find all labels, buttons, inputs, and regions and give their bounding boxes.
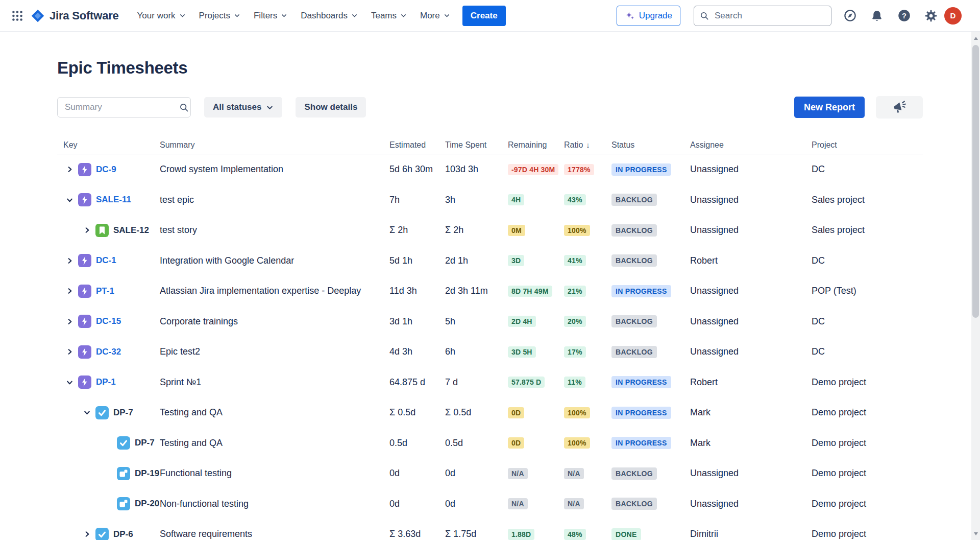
discover-icon[interactable] — [840, 6, 860, 26]
time-spent-value: 0d — [445, 468, 508, 479]
create-button[interactable]: Create — [462, 6, 506, 26]
assignee-value: Unassigned — [690, 225, 812, 236]
sparkle-icon — [625, 11, 635, 21]
chevron-spacer — [102, 467, 114, 480]
chevron-down-icon — [351, 12, 358, 19]
column-header-key[interactable]: Key — [63, 140, 160, 150]
issue-key[interactable]: DP-1 — [96, 377, 116, 387]
table-row: DC-9Crowd system Implementation5d 6h 30m… — [57, 154, 923, 185]
upgrade-button[interactable]: Upgrade — [617, 6, 680, 26]
remaining-badge: -97D 4H 30M — [508, 164, 558, 175]
jira-logo[interactable]: Jira Software — [31, 9, 119, 23]
remaining-badge: 4H — [508, 194, 524, 205]
estimated-value: 0d — [389, 499, 445, 509]
column-header-estimated[interactable]: Estimated — [389, 140, 445, 150]
key-cell: DC-15 — [63, 315, 160, 328]
expand-chevron[interactable] — [63, 163, 76, 176]
ratio-badge: 100% — [564, 225, 590, 236]
issue-key[interactable]: PT-1 — [96, 286, 114, 296]
issue-summary: Testing and QA — [160, 438, 389, 449]
expand-chevron[interactable] — [63, 346, 76, 358]
estimated-value: Σ 2h — [389, 225, 445, 236]
issue-key[interactable]: DP-19 — [135, 468, 159, 479]
table-row: DP-7Testing and QAΣ 0.5dΣ 0.5d0D100%IN P… — [57, 397, 923, 428]
settings-icon[interactable] — [921, 6, 941, 26]
scroll-down-arrow[interactable] — [971, 529, 980, 538]
column-header-status[interactable]: Status — [611, 140, 690, 150]
status-badge: IN PROGRESS — [611, 376, 671, 388]
column-header-summary[interactable]: Summary — [160, 140, 389, 150]
new-report-button[interactable]: New Report — [794, 97, 865, 118]
scroll-up-arrow[interactable] — [971, 34, 980, 42]
issue-key[interactable]: SALE-12 — [113, 225, 149, 236]
show-details-button[interactable]: Show details — [296, 97, 366, 118]
estimated-value: 11d 3h — [389, 286, 445, 296]
estimated-value: Σ 0.5d — [389, 407, 445, 418]
table-row: SALE-12test storyΣ 2hΣ 2h0M100%BACKLOGUn… — [57, 215, 923, 246]
status-badge: BACKLOG — [611, 467, 657, 480]
issue-summary: Integration with Google Calendar — [160, 255, 389, 266]
collapse-chevron[interactable] — [63, 376, 76, 388]
status-badge: BACKLOG — [611, 315, 657, 327]
help-icon[interactable]: ? — [894, 6, 914, 26]
remaining-badge: 0D — [508, 437, 524, 449]
search-icon — [699, 11, 709, 21]
issue-summary: Functional testing — [160, 468, 389, 479]
time-spent-value: 2d 1h — [445, 255, 508, 266]
epic-icon — [78, 315, 91, 328]
app-switcher-icon[interactable] — [7, 6, 28, 26]
megaphone-icon[interactable] — [876, 96, 923, 119]
column-header-remaining[interactable]: Remaining — [508, 140, 564, 150]
issue-key[interactable]: SALE-11 — [96, 195, 131, 205]
nav-item-your-work[interactable]: Your work — [132, 6, 191, 26]
issue-key[interactable]: DC-9 — [96, 165, 116, 175]
nav-item-teams[interactable]: Teams — [366, 6, 412, 26]
expand-chevron[interactable] — [63, 254, 76, 267]
nav-item-filters[interactable]: Filters — [249, 6, 292, 26]
notifications-icon[interactable] — [867, 6, 887, 26]
key-cell: DP-20 — [63, 497, 160, 510]
epic-icon — [78, 193, 91, 206]
expand-chevron[interactable] — [63, 285, 76, 297]
scrollbar-thumb[interactable] — [972, 45, 979, 318]
search-input[interactable] — [714, 10, 826, 21]
nav-item-more[interactable]: More — [415, 6, 455, 26]
issue-summary: Epic test2 — [160, 346, 389, 357]
user-avatar[interactable]: D — [944, 7, 962, 25]
nav-item-dashboards[interactable]: Dashboards — [296, 6, 363, 26]
remaining-badge: 1.88D — [508, 529, 534, 540]
search-icon — [179, 102, 189, 113]
nav-item-projects[interactable]: Projects — [194, 6, 246, 26]
column-header-project[interactable]: Project — [812, 140, 923, 150]
top-navigation: Jira Software Your work Projects Filters… — [0, 0, 980, 32]
expand-chevron[interactable] — [63, 315, 76, 327]
summary-filter-input[interactable] — [64, 102, 179, 113]
column-header-ratio[interactable]: Ratio↓ — [564, 140, 611, 150]
issue-key[interactable]: DP-6 — [113, 529, 133, 539]
status-filter-dropdown[interactable]: All statuses — [204, 97, 282, 118]
expand-chevron[interactable] — [81, 224, 93, 237]
issue-key[interactable]: DP-20 — [135, 499, 159, 509]
ratio-badge: 17% — [564, 346, 586, 358]
epic-icon — [78, 345, 91, 359]
status-badge: BACKLOG — [611, 194, 657, 206]
issue-key[interactable]: DP-7 — [113, 408, 133, 418]
status-badge: BACKLOG — [611, 346, 657, 358]
remaining-badge: 8D 7H 49M — [508, 286, 552, 297]
estimated-value: 4d 3h — [389, 346, 445, 357]
column-header-time-spent[interactable]: Time Spent — [445, 140, 508, 150]
assignee-value: Unassigned — [690, 346, 812, 357]
collapse-chevron[interactable] — [81, 407, 93, 419]
status-badge: IN PROGRESS — [611, 407, 671, 419]
remaining-badge: N/A — [508, 498, 528, 509]
issue-key[interactable]: DC-1 — [96, 255, 116, 266]
column-header-assignee[interactable]: Assignee — [690, 140, 812, 150]
issue-key[interactable]: DP-7 — [135, 438, 155, 448]
assignee-value: Unassigned — [690, 316, 812, 327]
expand-chevron[interactable] — [81, 528, 93, 540]
issue-key[interactable]: DC-32 — [96, 347, 121, 357]
collapse-chevron[interactable] — [63, 194, 76, 206]
ratio-badge: N/A — [564, 468, 584, 479]
sort-desc-icon: ↓ — [586, 140, 590, 149]
issue-key[interactable]: DC-15 — [96, 316, 121, 326]
